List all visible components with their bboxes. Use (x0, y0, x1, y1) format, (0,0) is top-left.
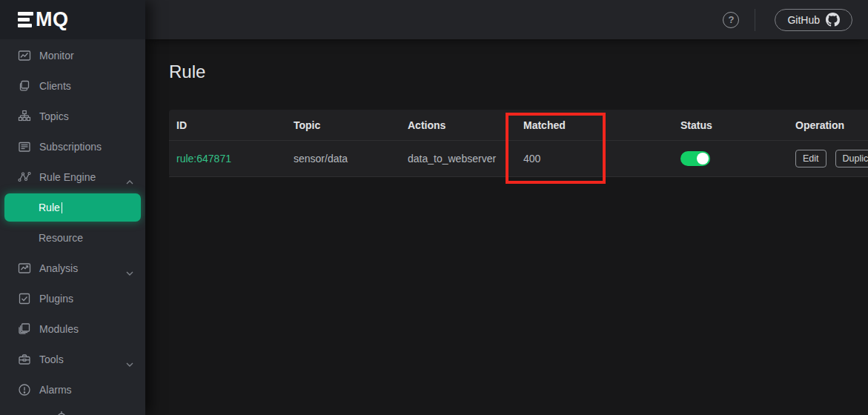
status-toggle[interactable] (680, 151, 710, 166)
main-content: Rule ID Topic Actions Matched Status Ope… (145, 39, 868, 415)
topics-icon (18, 110, 31, 123)
app-logo: MQ (0, 0, 145, 39)
status-cell (673, 151, 788, 166)
column-header-actions: Actions (400, 110, 516, 141)
modules-icon (18, 322, 31, 336)
alarms-icon (18, 383, 31, 396)
sidebar-item-label: Rule (39, 202, 60, 213)
github-button[interactable]: GitHub (775, 9, 852, 31)
sidebar-item-alarms[interactable]: Alarms (0, 374, 145, 405)
sidebar-item-label: Analysis (39, 262, 78, 274)
chevron-down-icon (126, 357, 133, 369)
column-header-operation: Operation (788, 110, 868, 141)
annotation-red-box (506, 113, 606, 184)
sidebar-item-label: Modules (39, 323, 79, 335)
sidebar-item-analysis[interactable]: Analysis (0, 253, 145, 283)
sidebar-item-rule-engine[interactable]: Rule Engine (0, 162, 145, 192)
sidebar-item-clients[interactable]: Clients (0, 70, 145, 101)
monitor-icon (18, 49, 31, 62)
plugins-icon (18, 292, 31, 305)
clients-icon (18, 79, 31, 93)
sidebar-item-rule[interactable]: Rule (4, 193, 141, 222)
sidebar-menu: Monitor Clients Topics Subscriptions (0, 39, 145, 405)
sidebar-item-resource[interactable]: Resource (0, 222, 145, 253)
settings-icon (55, 410, 68, 415)
subscriptions-icon (18, 140, 31, 153)
sidebar-item-label: Rule Engine (39, 171, 96, 183)
help-icon[interactable]: ? (723, 12, 739, 28)
sidebar-item-topics[interactable]: Topics (0, 101, 145, 131)
sidebar-item-label: Plugins (39, 293, 73, 305)
emqx-dashboard: MQ Monitor Clients Topics (0, 0, 868, 415)
duplicate-button[interactable]: Duplicate (835, 150, 868, 167)
sidebar: MQ Monitor Clients Topics (0, 0, 145, 415)
topbar-divider (755, 9, 755, 31)
page-title: Rule (169, 62, 868, 82)
edit-button[interactable]: Edit (795, 150, 826, 167)
sidebar-item-label: Monitor (39, 50, 74, 62)
rule-id-link[interactable]: rule:647871 (169, 153, 286, 165)
sidebar-item-monitor[interactable]: Monitor (0, 40, 145, 70)
chevron-up-icon (126, 175, 133, 187)
topbar: ? GitHub (145, 0, 868, 39)
logo-text: MQ (36, 8, 69, 31)
sidebar-item-label: Subscriptions (39, 141, 102, 153)
sidebar-item-plugins[interactable]: Plugins (0, 283, 145, 313)
column-header-topic: Topic (286, 110, 400, 141)
chevron-down-icon (126, 266, 133, 278)
sidebar-item-tools[interactable]: Tools (0, 344, 145, 374)
operation-cell: Edit Duplicate (788, 150, 868, 167)
sidebar-item-label: Resource (39, 232, 83, 244)
rule-topic: sensor/data (286, 153, 400, 165)
sidebar-item-label: Alarms (39, 384, 72, 396)
text-cursor (62, 202, 63, 213)
tools-icon (18, 353, 31, 366)
sidebar-item-label: Clients (39, 80, 71, 92)
analysis-icon (18, 262, 31, 275)
github-label: GitHub (787, 14, 820, 26)
rule-engine-icon (18, 170, 31, 184)
sidebar-item-modules[interactable]: Modules (0, 313, 145, 344)
sidebar-item-label: Tools (39, 353, 64, 365)
column-header-status: Status (673, 110, 788, 141)
emq-logo-icon (18, 12, 33, 27)
sidebar-item-label: Topics (39, 110, 69, 122)
column-header-id: ID (169, 110, 286, 141)
github-icon (826, 13, 840, 27)
sidebar-item-subscriptions[interactable]: Subscriptions (0, 131, 145, 162)
rule-actions: data_to_webserver (400, 153, 516, 165)
